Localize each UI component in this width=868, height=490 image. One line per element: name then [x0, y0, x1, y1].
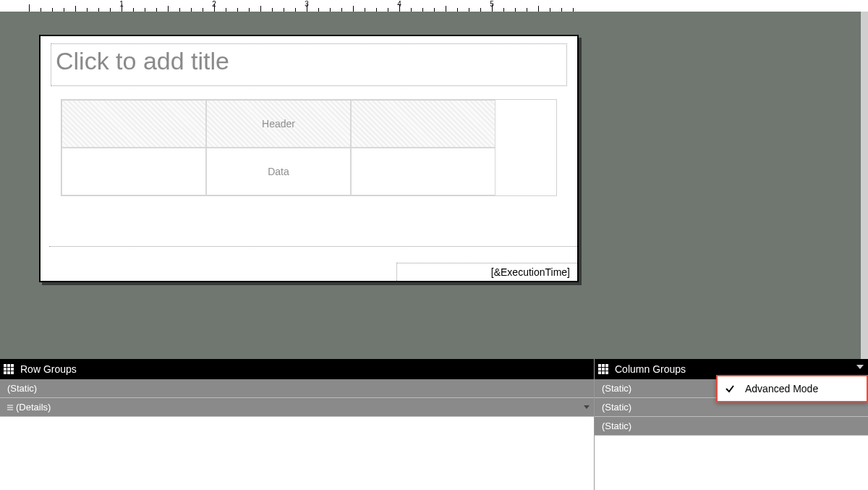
svg-rect-3	[4, 368, 7, 371]
check-icon	[725, 384, 735, 394]
svg-rect-1	[7, 364, 10, 367]
report-page[interactable]: Click to add title Header Data [&Executi…	[39, 35, 579, 282]
svg-rect-11	[605, 364, 608, 367]
advanced-mode-label: Advanced Mode	[745, 383, 818, 394]
svg-rect-6	[4, 371, 7, 374]
row-groups-header: Row Groups	[0, 359, 594, 379]
column-groups-pane: Column Groups (Static) (Static) (Static)…	[595, 359, 868, 490]
grouping-panes: Row Groups (Static) (Details) Column Gro…	[0, 359, 868, 490]
svg-rect-16	[602, 371, 605, 374]
row-group-label: (Details)	[16, 402, 51, 413]
column-group-label: (Static)	[602, 421, 631, 431]
grid-icon	[597, 363, 609, 375]
row-groups-pane: Row Groups (Static) (Details)	[0, 359, 595, 490]
column-groups-dropdown-menu: Advanced Mode	[716, 375, 868, 402]
svg-rect-15	[598, 371, 601, 374]
column-group-item[interactable]: (Static)	[595, 417, 868, 436]
tablix-header-cell[interactable]	[351, 100, 495, 148]
svg-rect-5	[11, 368, 14, 371]
report-title-placeholder[interactable]: Click to add title	[51, 43, 567, 86]
execution-time-textbox[interactable]: [&ExecutionTime]	[396, 263, 577, 281]
tablix-header-cell[interactable]: Header	[206, 100, 351, 148]
vertical-scrollbar[interactable]	[861, 12, 868, 359]
svg-rect-7	[7, 371, 10, 374]
row-group-item[interactable]: (Static)	[0, 379, 594, 398]
svg-rect-12	[598, 368, 601, 371]
tablix-data-cell[interactable]	[351, 148, 495, 195]
svg-rect-4	[7, 368, 10, 371]
row-groups-title: Row Groups	[20, 363, 77, 375]
svg-rect-14	[605, 368, 608, 371]
svg-rect-17	[605, 371, 608, 374]
column-group-label: (Static)	[602, 402, 631, 413]
svg-rect-10	[602, 364, 605, 367]
row-group-label: (Static)	[7, 383, 37, 394]
tablix-header-cell[interactable]	[61, 100, 206, 148]
grid-icon	[3, 363, 14, 375]
svg-rect-13	[602, 368, 605, 371]
svg-rect-9	[598, 364, 601, 367]
column-group-label: (Static)	[602, 383, 631, 394]
advanced-mode-menu-item[interactable]: Advanced Mode	[718, 376, 867, 401]
tablix-data-cell[interactable]: Data	[206, 148, 351, 195]
column-groups-menu-button[interactable]	[856, 365, 864, 369]
design-surface[interactable]: Click to add title Header Data [&Executi…	[0, 12, 868, 359]
page-footer: [&ExecutionTime]	[49, 246, 577, 281]
tablix-data-cell[interactable]	[61, 148, 206, 195]
svg-rect-2	[11, 364, 14, 367]
tablix-region[interactable]: Header Data	[61, 99, 557, 196]
column-groups-title: Column Groups	[615, 363, 686, 375]
chevron-down-icon[interactable]	[584, 405, 590, 409]
svg-rect-0	[4, 364, 7, 367]
svg-rect-8	[11, 371, 14, 374]
horizontal-ruler: 12345	[29, 0, 579, 12]
row-group-item[interactable]: (Details)	[0, 398, 594, 417]
